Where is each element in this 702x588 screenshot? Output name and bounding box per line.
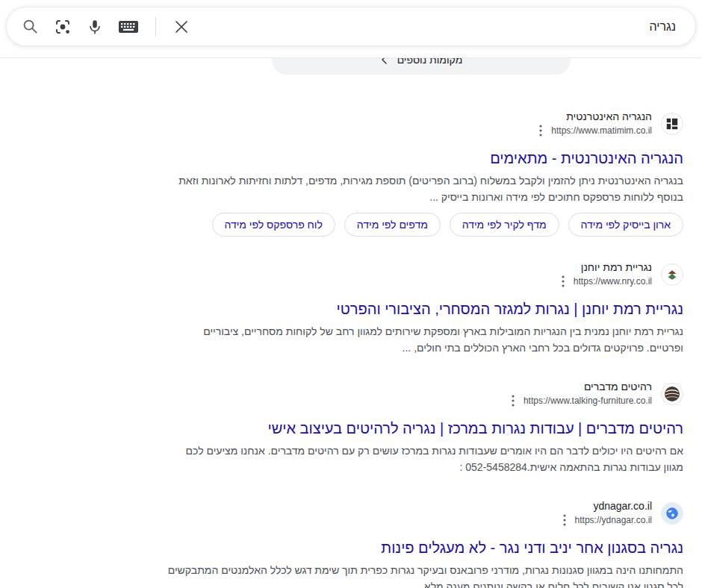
site-url: https://ydnagar.co.il bbox=[575, 514, 652, 526]
search-icon[interactable] bbox=[22, 18, 39, 35]
more-options-icon[interactable] bbox=[510, 393, 516, 408]
search-result: נגריית רמת יוחנן https://www.nry.co.il נ… bbox=[165, 260, 683, 356]
matimim-logo-icon bbox=[665, 117, 679, 131]
result-title: רהיטים מדברים | עבודות נגרות במרכז | נגר… bbox=[165, 419, 683, 438]
result-title-link[interactable]: הנגריה האינטרנטית - מתאימים bbox=[490, 150, 683, 166]
talking-furniture-logo-icon bbox=[664, 386, 680, 402]
result-title-link[interactable]: רהיטים מדברים | עבודות נגרות במרכז | נגר… bbox=[267, 420, 683, 437]
microphone-icon[interactable] bbox=[87, 19, 103, 35]
result-site-link[interactable]: נגריית רמת יוחנן https://www.nry.co.il bbox=[560, 260, 683, 289]
result-description: נגריית רמת יוחנן נמנית בין הנגריות המובי… bbox=[165, 323, 683, 356]
more-options-icon[interactable] bbox=[560, 274, 566, 289]
search-result: ydnagar.co.il https://ydnagar.co.il נגרי… bbox=[165, 499, 683, 588]
more-options-icon[interactable] bbox=[562, 513, 568, 528]
related-search-chip[interactable]: לוח פרספקס לפי מידה bbox=[212, 213, 335, 237]
more-places-label: מקומות נוספים bbox=[397, 58, 463, 66]
result-site-link[interactable]: ydnagar.co.il https://ydnagar.co.il bbox=[562, 499, 683, 528]
result-title: נגריית רמת יוחנן | נגרות למגזר המסחרי, ה… bbox=[165, 299, 683, 319]
search-result: הנגריה האינטרנטית https://www.matimim.co… bbox=[165, 110, 683, 237]
result-description: בנגריה האינטרנטית ניתן להזמין ולקבל במשל… bbox=[165, 172, 683, 205]
keyboard-icon[interactable] bbox=[118, 19, 139, 35]
site-name: רהיטים מדברים bbox=[510, 380, 652, 393]
site-favicon bbox=[661, 263, 683, 286]
search-bar-icons bbox=[22, 7, 190, 46]
site-name: ydnagar.co.il bbox=[562, 499, 652, 513]
site-url: https://www.nry.co.il bbox=[574, 275, 652, 287]
result-description: התמחותנו הינה במגוון סגנונות נגרות, מודר… bbox=[165, 562, 683, 588]
site-name: נגריית רמת יוחנן bbox=[560, 260, 652, 274]
globe-icon bbox=[665, 507, 679, 520]
site-url: https://www.matimim.co.il bbox=[551, 125, 652, 137]
search-result: רהיטים מדברים https://www.talking-furnit… bbox=[165, 380, 683, 475]
related-search-chip[interactable]: ארון בייסיק לפי מידה bbox=[568, 213, 683, 237]
clear-search-icon[interactable] bbox=[173, 18, 190, 36]
result-title-link[interactable]: נגריה בסגנון אחר יניב ודני נגר - לא מעגל… bbox=[381, 539, 683, 556]
site-name: הנגריה האינטרנטית bbox=[538, 110, 652, 123]
more-places-button[interactable]: מקומות נוספים bbox=[272, 58, 571, 75]
google-lens-icon[interactable] bbox=[54, 18, 72, 36]
result-site-link[interactable]: רהיטים מדברים https://www.talking-furnit… bbox=[510, 380, 683, 408]
search-input[interactable]: נגריה bbox=[649, 7, 676, 46]
result-title: נגריה בסגנון אחר יניב ודני נגר - לא מעגל… bbox=[165, 538, 683, 557]
site-favicon bbox=[661, 502, 683, 525]
site-favicon bbox=[661, 383, 683, 405]
related-search-chips: ארון בייסיק לפי מידה מדף לקיר לפי מידה מ… bbox=[165, 213, 683, 237]
chevron-left-icon bbox=[380, 58, 388, 65]
search-bar: נגריה bbox=[6, 7, 696, 46]
more-places-clip: מקומות נוספים bbox=[272, 58, 571, 75]
site-favicon bbox=[661, 113, 683, 135]
result-title: הנגריה האינטרנטית - מתאימים bbox=[165, 148, 683, 168]
search-bar-divider bbox=[155, 17, 156, 37]
result-site-link[interactable]: הנגריה האינטרנטית https://www.matimim.co… bbox=[538, 110, 683, 138]
related-search-chip[interactable]: מדפים לפי מידה bbox=[344, 213, 441, 237]
site-url: https://www.talking-furniture.co.il bbox=[524, 395, 652, 407]
result-title-link[interactable]: נגריית רמת יוחנן | נגרות למגזר המסחרי, ה… bbox=[337, 301, 683, 317]
search-results: הנגריה האינטרנטית https://www.matimim.co… bbox=[165, 110, 683, 588]
result-description: אם רהיטים היו יכולים לדבר הם היו אומרים … bbox=[165, 442, 683, 475]
related-search-chip[interactable]: מדף לקיר לפי מידה bbox=[450, 213, 559, 237]
nry-logo-icon bbox=[665, 268, 679, 281]
more-options-icon[interactable] bbox=[538, 123, 544, 138]
